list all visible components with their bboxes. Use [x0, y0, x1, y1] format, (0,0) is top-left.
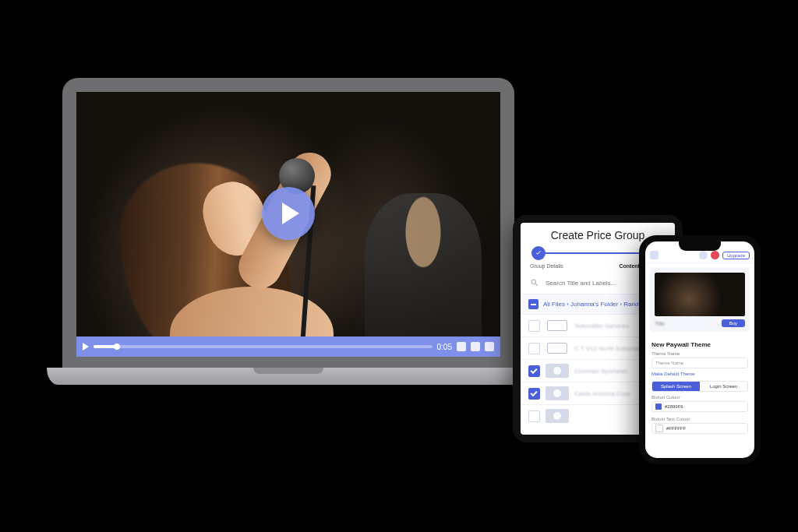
phone-screen: Upgrade Title Buy New Paywall Theme Them…	[645, 241, 754, 458]
button-colour-input[interactable]: #2899F6	[651, 401, 748, 412]
row-checkbox[interactable]	[528, 343, 540, 354]
step-complete-icon[interactable]	[531, 246, 546, 260]
folder-icon	[546, 341, 569, 355]
panel-title: New Paywall Theme	[645, 336, 754, 350]
phone-device-frame: Upgrade Title Buy New Paywall Theme Them…	[639, 235, 761, 464]
tab-login-screen[interactable]: Login Screen	[700, 382, 747, 391]
preview-title: Title	[655, 321, 665, 326]
avatar-icon[interactable]	[699, 251, 708, 259]
row-label: Telecrafter Services	[574, 322, 629, 329]
theme-name-input[interactable]: Theme Name	[651, 358, 748, 368]
notification-badge-icon[interactable]	[711, 251, 719, 259]
laptop-device-frame: 0:05	[62, 78, 514, 385]
video-controls-bar: 0:05	[76, 336, 500, 357]
play-button[interactable]	[262, 187, 315, 240]
row-checkbox[interactable]	[528, 320, 540, 332]
video-timestamp: 0:05	[437, 343, 452, 351]
breadcrumb[interactable]: All Files › Johanna's Folder › Random	[543, 301, 648, 308]
video-thumb-icon	[546, 386, 569, 400]
make-default-link[interactable]: Make Default Theme	[645, 372, 754, 379]
video-thumb-icon	[546, 364, 569, 378]
theme-preview-canvas: Title Buy	[650, 268, 750, 332]
progress-track[interactable]	[94, 345, 433, 348]
row-checkbox[interactable]	[528, 410, 540, 422]
colour-swatch-icon	[655, 425, 663, 432]
row-checkbox[interactable]	[528, 365, 540, 377]
fullscreen-icon[interactable]	[485, 342, 494, 351]
folder-icon	[546, 319, 569, 333]
colour-swatch-icon	[655, 403, 662, 410]
theme-name-label: Theme Name	[645, 350, 754, 357]
phone-notch	[679, 241, 721, 251]
step1-label: Group Details	[530, 263, 563, 269]
progress-knob[interactable]	[114, 344, 120, 350]
preview-video-thumb	[655, 273, 745, 316]
select-all-checkbox[interactable]	[528, 299, 538, 309]
laptop-screen-bezel: 0:05	[62, 78, 514, 368]
row-checkbox[interactable]	[528, 388, 540, 400]
preview-cta-button[interactable]: Buy	[722, 319, 745, 327]
play-small-icon[interactable]	[83, 343, 89, 351]
video-player[interactable]: 0:05	[76, 92, 500, 357]
row-label: Cable America Corp	[574, 390, 630, 397]
menu-icon[interactable]	[650, 251, 659, 259]
button-text-colour-label: Button Text Colour	[645, 415, 754, 422]
button-colour-label: Button Colour	[645, 393, 754, 400]
search-icon	[530, 278, 539, 287]
laptop-base	[47, 368, 530, 385]
button-text-colour-input[interactable]: #FFFFFF	[651, 423, 748, 434]
screen-tabs: Splash Screen Login Screen	[651, 381, 748, 392]
volume-icon[interactable]	[457, 342, 466, 351]
upgrade-button[interactable]: Upgrade	[722, 252, 750, 259]
video-thumb-icon	[546, 409, 569, 423]
tab-splash-screen[interactable]: Splash Screen	[652, 382, 700, 391]
play-icon	[282, 203, 299, 224]
row-label: C T V13 North Suburban	[574, 345, 643, 352]
settings-icon[interactable]	[471, 342, 480, 351]
row-label: Comcast Sportsnet	[574, 368, 627, 375]
